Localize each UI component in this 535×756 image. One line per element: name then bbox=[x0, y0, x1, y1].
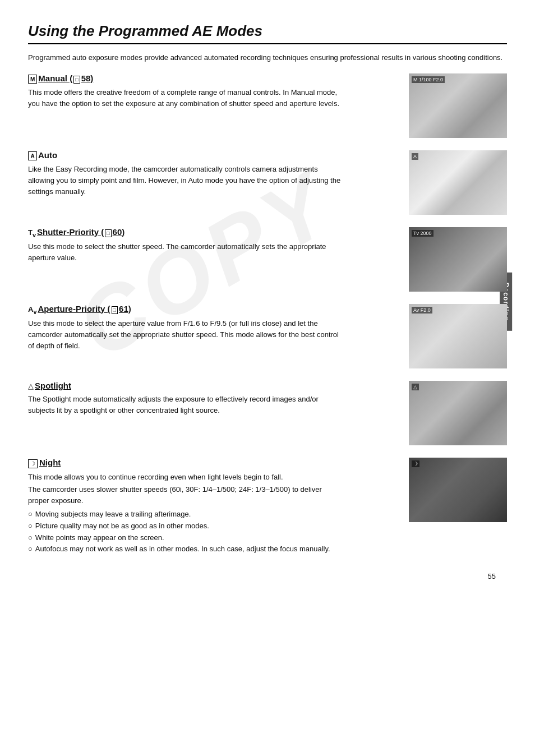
manual-image: M 1/100 F2.0 bbox=[409, 73, 507, 138]
auto-body: Like the Easy Recording mode, the camcor… bbox=[28, 164, 342, 197]
aperture-prefix: Av bbox=[28, 305, 36, 315]
aperture-ref: 61) bbox=[119, 304, 131, 314]
aperture-title: Aperture-Priority ( bbox=[38, 304, 110, 314]
shutter-prefix: Tv bbox=[28, 228, 36, 238]
aperture-image-label: Av F2.0 bbox=[412, 307, 432, 314]
auto-image: A bbox=[409, 150, 507, 215]
shutter-title: Shutter-Priority ( bbox=[37, 227, 104, 237]
night-bullet-4: Autofocus may not work as well as in oth… bbox=[28, 543, 398, 555]
auto-image-label: A bbox=[412, 153, 418, 160]
page-title: Using the Programmed AE Modes bbox=[28, 22, 507, 44]
section-auto: A Auto Like the Easy Recording mode, the… bbox=[28, 150, 507, 215]
night-bullet-2: Picture quality may not be as good as in… bbox=[28, 520, 398, 532]
manual-mode-icon: M bbox=[28, 75, 37, 84]
shutter-ref: 60) bbox=[113, 227, 125, 237]
auto-mode-icon: A bbox=[28, 151, 37, 160]
spotlight-image: △ bbox=[409, 381, 507, 445]
shutter-ref-icon: □ bbox=[105, 229, 111, 237]
intro-text: Programmed auto exposure modes provide a… bbox=[28, 52, 507, 63]
page-number: 55 bbox=[28, 572, 507, 580]
aperture-image: Av F2.0 bbox=[409, 304, 507, 368]
aperture-body: Use this mode to select the aperture val… bbox=[28, 318, 342, 352]
auto-title: Auto bbox=[38, 150, 57, 160]
section-night: ☽ Night This mode allows you to continue… bbox=[28, 458, 507, 556]
night-title: Night bbox=[39, 458, 61, 467]
section-manual: M Manual ( □ 58) This mode offers the cr… bbox=[28, 73, 507, 138]
night-image-label: ☽ bbox=[412, 460, 419, 467]
manual-ref-icon: □ bbox=[73, 76, 80, 84]
night-image: ☽ bbox=[409, 458, 507, 522]
night-bullet-3: White points may appear on the screen. bbox=[28, 532, 398, 544]
spotlight-title: Spotlight bbox=[35, 381, 71, 390]
section-shutter: Tv Shutter-Priority ( □ 60) Use this mod… bbox=[28, 227, 507, 292]
night-body2: The camcorder uses slower shutter speeds… bbox=[28, 484, 342, 506]
shutter-image-label: Tv 2000 bbox=[412, 230, 433, 237]
manual-body: This mode offers the creative freedom of… bbox=[28, 87, 342, 109]
night-bullets: Moving subjects may leave a trailing aft… bbox=[28, 509, 398, 555]
section-spotlight: △ Spotlight The Spotlight mode automatic… bbox=[28, 381, 507, 445]
manual-image-label: M 1/100 F2.0 bbox=[412, 76, 445, 83]
section-aperture: Av Aperture-Priority ( □ 61) Use this mo… bbox=[28, 304, 507, 368]
manual-title: Manual ( bbox=[38, 73, 72, 83]
manual-ref: 58) bbox=[81, 73, 94, 83]
shutter-body: Use this mode to select the shutter spee… bbox=[28, 241, 342, 264]
night-bullet-1: Moving subjects may leave a trailing aft… bbox=[28, 509, 398, 520]
spotlight-body: The Spotlight mode automatically adjusts… bbox=[28, 394, 342, 416]
shutter-image: Tv 2000 bbox=[409, 227, 507, 292]
spotlight-mode-icon: △ bbox=[28, 382, 34, 390]
spotlight-image-label: △ bbox=[412, 384, 419, 390]
aperture-ref-icon: □ bbox=[112, 306, 118, 314]
night-mode-icon: ☽ bbox=[28, 459, 38, 468]
night-body: This mode allows you to continue recordi… bbox=[28, 472, 342, 483]
